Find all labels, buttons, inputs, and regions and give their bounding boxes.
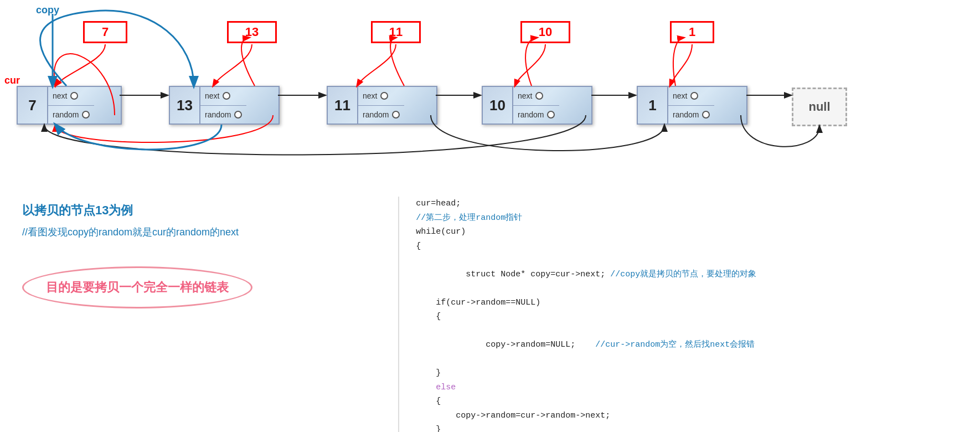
node-11-random-port — [392, 111, 400, 119]
node-13-next: next — [200, 87, 246, 106]
node-10-next: next — [513, 87, 559, 106]
code-line-7: { — [416, 310, 963, 324]
code-line-3: while(cur) — [416, 225, 963, 239]
code-line-6: if(cur->random==NULL) — [416, 296, 963, 310]
node-10-next-port — [535, 92, 543, 100]
label-box-13: 13 — [227, 21, 277, 43]
node-1-next-port — [690, 92, 698, 100]
node-1-random-port — [702, 111, 710, 119]
code-line-4: { — [416, 239, 963, 254]
node-11-random: random — [358, 106, 404, 124]
node-10-random-port — [547, 111, 555, 119]
code-line-8: copy->random=NULL; //cur->random为空，然后找ne… — [416, 324, 963, 367]
explanation-title: 以拷贝的节点13为例 — [22, 202, 376, 219]
label-box-10: 10 — [520, 21, 570, 43]
node-7: 7 next random — [17, 86, 122, 125]
null-box: null — [792, 88, 847, 126]
node-1-next: next — [668, 87, 714, 106]
node-11-next: next — [358, 87, 404, 106]
code-line-10: else — [416, 380, 963, 395]
label-box-7: 7 — [83, 21, 127, 43]
cur-label: cur — [4, 75, 20, 86]
node-1-value: 1 — [638, 87, 668, 124]
node-1-random: random — [668, 106, 714, 124]
oval-goal: 目的是要拷贝一个完全一样的链表 — [22, 266, 252, 308]
code-line-11: { — [416, 394, 963, 409]
node-7-next-port — [70, 92, 78, 100]
code-line-2: //第二步，处理random指针 — [416, 211, 963, 225]
node-10: 10 next random — [482, 86, 592, 125]
node-13: 13 next random — [169, 86, 280, 125]
node-13-value: 13 — [170, 87, 200, 124]
code-line-13: } — [416, 423, 963, 432]
node-11-value: 11 — [328, 87, 358, 124]
node-10-value: 10 — [483, 87, 513, 124]
code-line-9: } — [416, 366, 963, 380]
node-7-random-port — [82, 111, 90, 119]
bottom-area: 以拷贝的节点13为例 //看图发现copy的random就是cur的random… — [0, 191, 980, 432]
node-1: 1 next random — [637, 86, 747, 125]
label-box-11: 11 — [371, 21, 421, 43]
node-7-random: random — [48, 106, 94, 124]
code-line-5: struct Node* copy=cur->next; //copy就是拷贝的… — [416, 253, 963, 296]
node-7-value: 7 — [18, 87, 48, 124]
diagram-area: copy 7 13 11 10 1 cur 7 next random 13 n… — [0, 0, 980, 188]
node-10-random: random — [513, 106, 559, 124]
node-13-random-port — [234, 111, 242, 119]
node-13-random: random — [200, 106, 246, 124]
node-11-next-port — [380, 92, 388, 100]
code-line-12: copy->random=cur->random->next; — [416, 409, 963, 423]
explanation-comment: //看图发现copy的random就是cur的random的next — [22, 225, 376, 239]
copy-label: copy — [36, 4, 59, 16]
code-line-1: cur=head; — [416, 197, 963, 211]
node-7-next: next — [48, 87, 94, 106]
left-text-panel: 以拷贝的节点13为例 //看图发现copy的random就是cur的random… — [0, 191, 398, 432]
node-11: 11 next random — [327, 86, 437, 125]
code-panel: cur=head; //第二步，处理random指针 while(cur) { … — [399, 191, 980, 432]
label-box-1: 1 — [670, 21, 714, 43]
node-13-next-port — [223, 92, 230, 100]
